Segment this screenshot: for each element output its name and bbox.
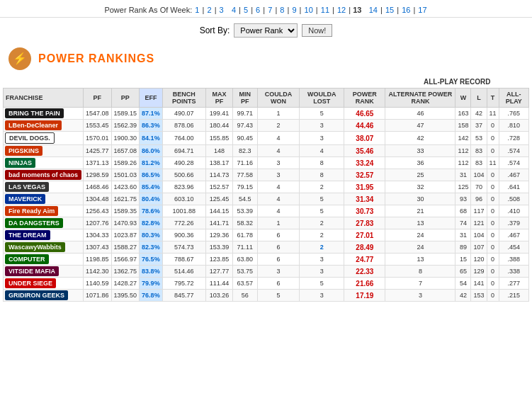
min-value: 61.78 bbox=[233, 229, 257, 241]
alt-power-value: 36 bbox=[385, 157, 455, 169]
week-link-9[interactable]: 9 bbox=[292, 6, 296, 14]
l-value: 96 bbox=[471, 193, 487, 205]
table-row: NINJAS 1371.13 1589.26 81.2% 490.28 138.… bbox=[4, 157, 529, 169]
team-name-cell[interactable]: bad moments of chaos bbox=[4, 169, 84, 181]
pp-value: 1395.50 bbox=[111, 290, 140, 302]
pf-value: 1371.13 bbox=[84, 157, 112, 169]
table-row: bad moments of chaos 1298.59 1501.03 86.… bbox=[4, 169, 529, 181]
team-name-cell[interactable]: NINJAS bbox=[4, 157, 84, 169]
team-name-cell[interactable]: LBen-DeCleaner bbox=[4, 120, 84, 132]
sort-select[interactable]: Power Rank PF PP EFF bbox=[234, 23, 298, 38]
pp-value: 1428.27 bbox=[111, 278, 140, 290]
header-section: ⚡ POWER RANKINGS bbox=[0, 43, 532, 76]
pf-value: 1304.48 bbox=[84, 193, 112, 205]
week-link-17[interactable]: 17 bbox=[418, 6, 426, 14]
eff-value: 82.3% bbox=[140, 241, 163, 254]
woulda-value: 2 bbox=[300, 217, 344, 229]
woulda-value: 2 bbox=[300, 241, 344, 254]
alt-power-value: 13 bbox=[385, 254, 455, 266]
all-play-value: .765 bbox=[499, 108, 528, 120]
pf-value: 1553.45 bbox=[84, 120, 112, 132]
team-name-cell[interactable]: PIGSKINS bbox=[4, 145, 84, 157]
week-link-15[interactable]: 15 bbox=[385, 6, 394, 14]
woulda-value: 5 bbox=[300, 193, 344, 205]
power-rank-value: 30.73 bbox=[344, 205, 385, 217]
table-row: DA DANGSTERS 1207.76 1470.93 82.8% 772.2… bbox=[4, 217, 529, 229]
all-play-value: .574 bbox=[499, 145, 528, 157]
alt-power-value: 13 bbox=[385, 217, 455, 229]
week-link-14[interactable]: 14 bbox=[369, 6, 378, 14]
week-link-7[interactable]: 7 bbox=[268, 6, 272, 14]
col-eff: EFF bbox=[140, 89, 163, 108]
all-play-header: ALL-PLAY RECORD bbox=[385, 76, 529, 89]
team-name-cell[interactable]: WascawyWabbits bbox=[4, 241, 84, 254]
week-link-6[interactable]: 6 bbox=[256, 6, 260, 14]
team-name-cell[interactable]: LAS VEGAS bbox=[4, 181, 84, 193]
table-row: Fire Ready Aim 1256.43 1589.35 78.6% 100… bbox=[4, 205, 529, 217]
table-row: VITSIDE MAFIA 1142.30 1362.75 83.8% 514.… bbox=[4, 266, 529, 278]
team-name-cell[interactable]: VITSIDE MAFIA bbox=[4, 266, 84, 278]
all-play-value: .215 bbox=[499, 290, 528, 302]
power-rank-value: 35.46 bbox=[344, 145, 385, 157]
t-value: 0 bbox=[487, 169, 499, 181]
alt-power-value: 46 bbox=[385, 108, 455, 120]
pp-value: 1621.75 bbox=[111, 193, 140, 205]
max-value: 111.44 bbox=[205, 278, 232, 290]
power-rank-value: 33.24 bbox=[344, 157, 385, 169]
week-link-2[interactable]: 2 bbox=[207, 6, 211, 14]
week-link-11[interactable]: 11 bbox=[321, 6, 329, 14]
team-name-cell[interactable]: DEVIL DOGS. bbox=[4, 132, 84, 145]
week-link-1[interactable]: 1 bbox=[195, 6, 199, 14]
team-name-cell[interactable]: Fire Ready Aim bbox=[4, 205, 84, 217]
w-value: 93 bbox=[455, 193, 471, 205]
t-value: 0 bbox=[487, 205, 499, 217]
woulda-value: 8 bbox=[300, 169, 344, 181]
week-link-16[interactable]: 16 bbox=[402, 6, 410, 14]
bench-value: 795.72 bbox=[162, 278, 205, 290]
power-rank-value: 46.65 bbox=[344, 108, 385, 120]
team-name-cell[interactable]: BRING THE PAIN bbox=[4, 108, 84, 120]
power-rank-value: 38.07 bbox=[344, 132, 385, 145]
w-value: 163 bbox=[455, 108, 471, 120]
all-play-value: .277 bbox=[499, 278, 528, 290]
pp-value: 1470.93 bbox=[111, 217, 140, 229]
eff-value: 85.4% bbox=[140, 181, 163, 193]
col-pf: PF bbox=[84, 89, 112, 108]
team-name-cell[interactable]: MAVERICK bbox=[4, 193, 84, 205]
week-link-10[interactable]: 10 bbox=[305, 6, 313, 14]
power-rank-value: 24.77 bbox=[344, 254, 385, 266]
week-link-3[interactable]: 3 bbox=[220, 6, 224, 14]
t-value: 0 bbox=[487, 241, 499, 254]
team-name-cell[interactable]: THE DREAM bbox=[4, 229, 84, 241]
coulda-value: 4 bbox=[257, 205, 300, 217]
min-value: 71.11 bbox=[233, 241, 257, 254]
pp-value: 1588.27 bbox=[111, 241, 140, 254]
min-value: 53.39 bbox=[233, 205, 257, 217]
t-value: 0 bbox=[487, 266, 499, 278]
coulda-value: 4 bbox=[257, 193, 300, 205]
l-value: 70 bbox=[471, 181, 487, 193]
max-value: 152.57 bbox=[205, 181, 232, 193]
alt-power-value: 24 bbox=[385, 241, 455, 254]
team-name-cell[interactable]: DA DANGSTERS bbox=[4, 217, 84, 229]
max-value: 123.85 bbox=[205, 254, 232, 266]
team-name-cell[interactable]: GRIDIRON GEEKS bbox=[4, 290, 84, 302]
col-coulda: COULDA WON bbox=[257, 89, 300, 108]
all-play-value: .641 bbox=[499, 181, 528, 193]
w-value: 31 bbox=[455, 229, 471, 241]
power-rank-label: Power Rank As Of Week: bbox=[104, 6, 192, 14]
min-value: 56 bbox=[233, 290, 257, 302]
team-name-cell[interactable]: COMPUTER bbox=[4, 254, 84, 266]
coulda-value: 6 bbox=[257, 241, 300, 254]
week-link-5[interactable]: 5 bbox=[244, 6, 248, 14]
team-name-cell[interactable]: UNDER SIEGE bbox=[4, 278, 84, 290]
header-title: POWER RANKINGS bbox=[38, 52, 154, 65]
week-link-8[interactable]: 8 bbox=[280, 6, 284, 14]
now-button[interactable]: Now! bbox=[302, 24, 332, 37]
woulda-value: 2 bbox=[300, 181, 344, 193]
table-row: LAS VEGAS 1468.46 1423.60 85.4% 823.96 1… bbox=[4, 181, 529, 193]
week-link-12[interactable]: 12 bbox=[337, 6, 346, 14]
l-value: 83 bbox=[471, 145, 487, 157]
week-link-4[interactable]: 4 bbox=[232, 6, 236, 14]
table-row: DEVIL DOGS. 1570.01 1900.30 84.1% 764.00… bbox=[4, 132, 529, 145]
